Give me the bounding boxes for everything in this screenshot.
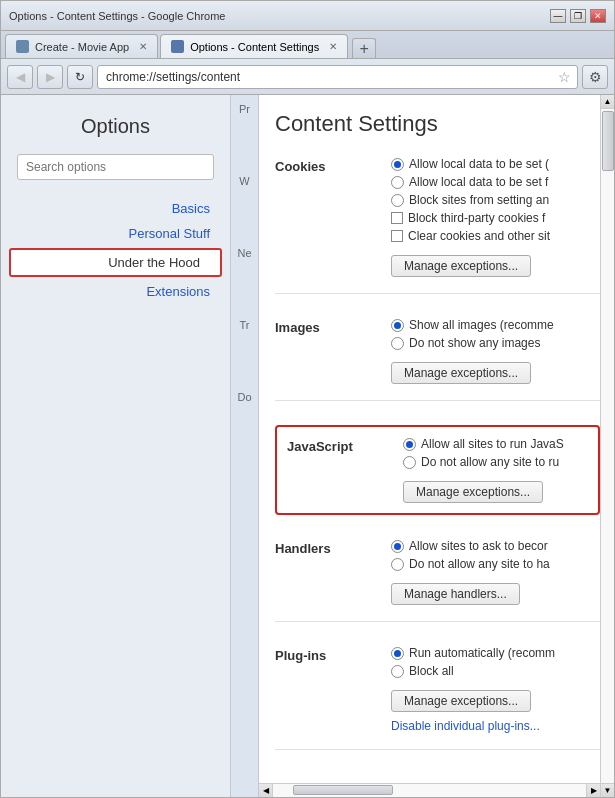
plugins-option-1-text: Block all xyxy=(409,664,454,678)
sidebar-title: Options xyxy=(1,107,230,154)
cookies-option-0-text: Allow local data to be set ( xyxy=(409,157,549,171)
radio-cookies-0[interactable] xyxy=(391,158,404,171)
handlers-options: Allow sites to ask to becor Do not allow… xyxy=(391,539,600,605)
radio-images-1[interactable] xyxy=(391,337,404,350)
close-button[interactable]: ✕ xyxy=(590,9,606,23)
plugins-option-0-text: Run automatically (recomm xyxy=(409,646,555,660)
radio-js-0[interactable] xyxy=(403,438,416,451)
cookies-manage-button[interactable]: Manage exceptions... xyxy=(391,255,531,277)
tab-label-active: Options - Content Settings xyxy=(190,41,319,53)
cookies-row: Cookies Allow local data to be set ( All… xyxy=(275,157,600,277)
settings-tab-icon xyxy=(171,40,184,53)
javascript-option-1: Do not allow any site to ru xyxy=(403,455,588,469)
browser-window: Options - Content Settings - Google Chro… xyxy=(0,0,615,798)
back-button[interactable]: ◀ xyxy=(7,65,33,89)
h-scroll-thumb[interactable] xyxy=(293,785,393,795)
sidebar-item-under-the-hood[interactable]: Under the Hood xyxy=(9,248,222,277)
plugins-option-0: Run automatically (recomm xyxy=(391,646,600,660)
cookies-option-3-text: Block third-party cookies f xyxy=(408,211,545,225)
checkbox-cookies-4[interactable] xyxy=(391,230,403,242)
sidebar-item-extensions[interactable]: Extensions xyxy=(1,279,230,304)
star-icon[interactable]: ☆ xyxy=(558,69,571,85)
minimize-button[interactable]: — xyxy=(550,9,566,23)
content-scroll: Content Settings Cookies Allow local dat… xyxy=(259,95,600,783)
radio-plugins-0[interactable] xyxy=(391,647,404,660)
javascript-label: JavaScript xyxy=(287,437,387,503)
refresh-button[interactable]: ↻ xyxy=(67,65,93,89)
javascript-option-0-text: Allow all sites to run JavaS xyxy=(421,437,564,451)
forward-button[interactable]: ▶ xyxy=(37,65,63,89)
horizontal-scrollbar: ◀ ▶ xyxy=(259,783,600,797)
wrench-button[interactable]: ⚙ xyxy=(582,65,608,89)
section-handlers: Handlers Allow sites to ask to becor Do … xyxy=(275,539,600,622)
images-option-0-text: Show all images (recomme xyxy=(409,318,554,332)
new-tab-button[interactable]: + xyxy=(352,38,376,58)
javascript-manage-button[interactable]: Manage exceptions... xyxy=(403,481,543,503)
tab-create-movie[interactable]: Create - Movie App ✕ xyxy=(5,34,158,58)
scroll-down-button[interactable]: ▼ xyxy=(601,783,615,797)
plugins-option-1: Block all xyxy=(391,664,600,678)
images-options: Show all images (recomme Do not show any… xyxy=(391,318,600,384)
cookies-option-4-text: Clear cookies and other sit xyxy=(408,229,550,243)
content-area[interactable]: Content Settings Cookies Allow local dat… xyxy=(259,95,600,783)
sidebar-item-basics[interactable]: Basics xyxy=(1,196,230,221)
section-images: Images Show all images (recomme Do not s… xyxy=(275,318,600,401)
scroll-up-button[interactable]: ▲ xyxy=(601,95,615,109)
content-wrapper: Content Settings Cookies Allow local dat… xyxy=(259,95,600,797)
h-scroll-left-btn[interactable]: ◀ xyxy=(259,784,273,798)
cookies-option-2: Block sites from setting an xyxy=(391,193,600,207)
tab-close-icon[interactable]: ✕ xyxy=(139,41,147,52)
handlers-label: Handlers xyxy=(275,539,375,605)
radio-handlers-0[interactable] xyxy=(391,540,404,553)
tab-bar: Create - Movie App ✕ Options - Content S… xyxy=(1,31,614,59)
radio-js-1[interactable] xyxy=(403,456,416,469)
handlers-row: Handlers Allow sites to ask to becor Do … xyxy=(275,539,600,605)
tab-label: Create - Movie App xyxy=(35,41,129,53)
title-bar-text: Options - Content Settings - Google Chro… xyxy=(9,10,225,22)
handlers-option-0-text: Allow sites to ask to becor xyxy=(409,539,548,553)
plugins-row: Plug-ins Run automatically (recomm Block… xyxy=(275,646,600,733)
scroll-track xyxy=(601,109,614,783)
disable-plugins-link[interactable]: Disable individual plug-ins... xyxy=(391,719,540,733)
address-bar[interactable]: chrome://settings/content ☆ xyxy=(97,65,578,89)
cookies-option-1: Allow local data to be set f xyxy=(391,175,600,189)
javascript-row: JavaScript Allow all sites to run JavaS … xyxy=(287,437,588,503)
cookies-option-1-text: Allow local data to be set f xyxy=(409,175,548,189)
title-bar-controls: — ❐ ✕ xyxy=(550,9,606,23)
tab-options-content[interactable]: Options - Content Settings ✕ xyxy=(160,34,348,58)
cookies-option-4: Clear cookies and other sit xyxy=(391,229,600,243)
cookies-option-3: Block third-party cookies f xyxy=(391,211,600,225)
radio-cookies-1[interactable] xyxy=(391,176,404,189)
handlers-manage-button[interactable]: Manage handlers... xyxy=(391,583,520,605)
images-label: Images xyxy=(275,318,375,384)
images-option-0: Show all images (recomme xyxy=(391,318,600,332)
images-manage-button[interactable]: Manage exceptions... xyxy=(391,362,531,384)
javascript-option-0: Allow all sites to run JavaS xyxy=(403,437,588,451)
images-option-1-text: Do not show any images xyxy=(409,336,540,350)
main-area: Options Basics Personal Stuff Under the … xyxy=(1,95,614,797)
cookies-option-0: Allow local data to be set ( xyxy=(391,157,600,171)
address-text: chrome://settings/content xyxy=(106,70,240,84)
restore-button[interactable]: ❐ xyxy=(570,9,586,23)
h-scroll-right-btn[interactable]: ▶ xyxy=(586,784,600,798)
tab-close-active-icon[interactable]: ✕ xyxy=(329,41,337,52)
radio-plugins-1[interactable] xyxy=(391,665,404,678)
cookies-option-2-text: Block sites from setting an xyxy=(409,193,549,207)
section-plugins: Plug-ins Run automatically (recomm Block… xyxy=(275,646,600,750)
section-cookies: Cookies Allow local data to be set ( All… xyxy=(275,157,600,294)
title-bar: Options - Content Settings - Google Chro… xyxy=(1,1,614,31)
sidebar-item-personal-stuff[interactable]: Personal Stuff xyxy=(1,221,230,246)
plugins-options: Run automatically (recomm Block all Mana… xyxy=(391,646,600,733)
images-row: Images Show all images (recomme Do not s… xyxy=(275,318,600,384)
checkbox-cookies-3[interactable] xyxy=(391,212,403,224)
handlers-option-1-text: Do not allow any site to ha xyxy=(409,557,550,571)
plugins-manage-button[interactable]: Manage exceptions... xyxy=(391,690,531,712)
section-label-wco: W xyxy=(239,175,249,187)
cookies-options: Allow local data to be set ( Allow local… xyxy=(391,157,600,277)
radio-images-0[interactable] xyxy=(391,319,404,332)
scroll-thumb[interactable] xyxy=(602,111,614,171)
section-label-tr: Tr xyxy=(240,319,250,331)
radio-handlers-1[interactable] xyxy=(391,558,404,571)
search-input[interactable] xyxy=(17,154,214,180)
radio-cookies-2[interactable] xyxy=(391,194,404,207)
